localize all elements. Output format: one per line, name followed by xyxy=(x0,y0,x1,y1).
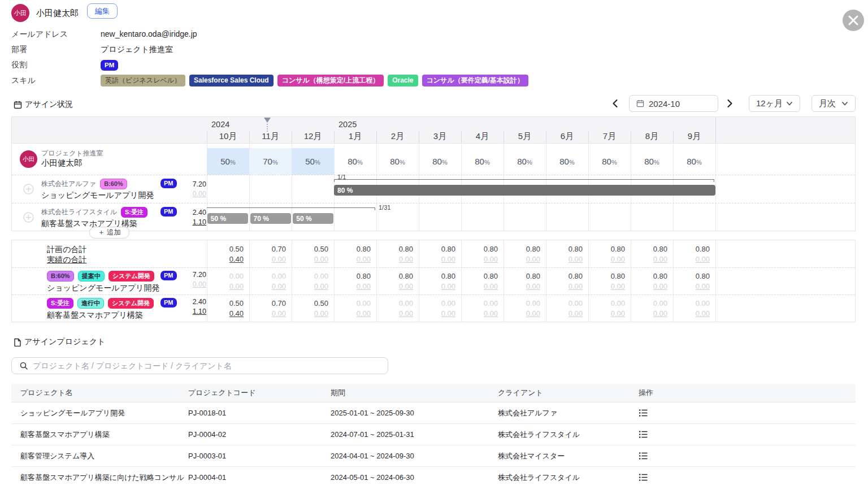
plan-value[interactable]: 0.80 xyxy=(526,271,540,282)
period-input[interactable]: 2024-10 xyxy=(629,95,718,112)
actual-value[interactable]: 0.40 xyxy=(229,309,244,319)
plan-total-value[interactable]: 0.80 xyxy=(441,244,455,254)
chevron-left-icon xyxy=(611,99,620,108)
profile-fields: メールアドレス new_kentaro.oda@iridge.jp 部署 プロジ… xyxy=(11,28,528,90)
actual-value[interactable]: 0.00 xyxy=(568,282,583,292)
plan-total-value[interactable]: 0.80 xyxy=(653,244,667,254)
actual-value[interactable]: 0.00 xyxy=(611,282,625,292)
project-row[interactable]: 顧客基盤スマホアプリ構築PJ-0004-022024-07-01 ~ 2025-… xyxy=(11,424,856,445)
add-assignment-button[interactable]: ＋ 追加 xyxy=(89,227,129,239)
actual-total-value[interactable]: 0.00 xyxy=(272,254,286,265)
actual-value[interactable]: 0.00 xyxy=(441,282,455,292)
duration-label: 1/1 xyxy=(337,174,346,180)
assignment-hours: 2.401.10 xyxy=(193,208,206,227)
actual-value[interactable]: 0.00 xyxy=(399,309,413,319)
plan-total-value[interactable]: 0.80 xyxy=(526,244,540,254)
column-divider xyxy=(292,131,292,143)
actual-hours[interactable]: 0.00 xyxy=(193,189,206,199)
actual-value[interactable]: 0.00 xyxy=(399,282,413,292)
actual-value[interactable]: 0.00 xyxy=(653,309,667,319)
plan-total-value[interactable]: 0.80 xyxy=(568,244,583,254)
project-row[interactable]: 顧客管理システム導入PJ-0003-012024-04-01 ~ 2024-09… xyxy=(11,445,856,467)
actual-value[interactable]: 0.00 xyxy=(229,282,244,292)
actual-total-value[interactable]: 0.00 xyxy=(441,254,455,265)
plan-value[interactable]: 0.70 xyxy=(272,298,286,309)
actual-value[interactable]: 0.00 xyxy=(568,309,583,319)
assignment-row: 株式会社ライフスタイルS:受注PM2.401.10顧客基盤スマホアプリ構築1/3… xyxy=(12,203,855,232)
actual-total-label[interactable]: 実績の合計 xyxy=(47,255,86,265)
plan-value[interactable]: 0.80 xyxy=(696,271,710,282)
plan-total-value[interactable]: 0.80 xyxy=(611,244,625,254)
actual-total-value[interactable]: 0.00 xyxy=(526,254,540,265)
actual: 0.00 xyxy=(588,309,631,319)
edit-button[interactable]: 編集 xyxy=(87,3,118,19)
actual-value[interactable]: 0.00 xyxy=(357,282,371,292)
range-select[interactable]: 12ヶ月 xyxy=(749,95,800,112)
plan-value[interactable]: 0.50 xyxy=(314,298,328,309)
column-divider xyxy=(673,131,674,143)
project-row[interactable]: 顧客基盤スマホアプリ構築に向けた戦略コンサルPJ-0004-012024-05-… xyxy=(11,467,856,485)
project-row[interactable]: ショッピングモールアプリ開発PJ-0018-012025-01-01 ~ 202… xyxy=(11,402,856,424)
actual-value[interactable]: 0.00 xyxy=(314,309,328,319)
actual-value[interactable]: 0.00 xyxy=(314,282,328,292)
actual-total-value[interactable]: 0.00 xyxy=(653,254,667,265)
actual-total-value[interactable]: 0.00 xyxy=(357,254,371,265)
actual-total-value[interactable]: 0.00 xyxy=(568,254,583,265)
plan-value[interactable]: 0.80 xyxy=(399,271,413,282)
plan-value[interactable]: 0.80 xyxy=(357,271,371,282)
plan-value[interactable]: 0.50 xyxy=(229,298,244,309)
actual-total-value[interactable]: 0.00 xyxy=(484,254,498,265)
actual-value[interactable]: 0.00 xyxy=(526,309,540,319)
actions-button[interactable] xyxy=(639,430,648,439)
utilization-cell: 80% xyxy=(419,148,461,175)
document-icon xyxy=(14,338,21,347)
unit-select[interactable]: 月次 xyxy=(811,95,856,112)
plan-total-value[interactable]: 0.80 xyxy=(696,244,710,254)
plan-total-value[interactable]: 0.80 xyxy=(484,244,498,254)
plan-total: 0.80 xyxy=(504,244,546,254)
actual-value[interactable]: 0.00 xyxy=(653,282,667,292)
percent-sign: % xyxy=(654,159,659,166)
plan-total-value[interactable]: 0.80 xyxy=(357,244,371,254)
plan-value[interactable]: 0.80 xyxy=(568,271,583,282)
actual-value[interactable]: 0.00 xyxy=(441,309,455,319)
actions-button[interactable] xyxy=(639,408,648,418)
actions-button[interactable] xyxy=(639,451,648,461)
next-period-button[interactable] xyxy=(725,99,734,108)
close-button[interactable] xyxy=(843,10,864,31)
expand-plus-icon[interactable] xyxy=(23,212,34,223)
actual-total-value[interactable]: 0.40 xyxy=(229,254,244,265)
percent-sign: % xyxy=(230,159,236,166)
actual-value[interactable]: 0.00 xyxy=(526,282,540,292)
actual: 0.00 xyxy=(546,309,588,319)
plan: 0.00 xyxy=(588,298,631,309)
plan-total: 0.80 xyxy=(631,244,673,254)
plan-total-value[interactable]: 0.80 xyxy=(399,244,413,254)
expand-plus-icon[interactable] xyxy=(23,184,34,194)
plan: 0.80 xyxy=(334,271,376,282)
prev-period-button[interactable] xyxy=(611,99,620,108)
plan-value[interactable]: 0.80 xyxy=(653,271,667,282)
actual-value[interactable]: 0.00 xyxy=(696,309,710,319)
actual-value[interactable]: 0.00 xyxy=(272,309,286,319)
project-search-input[interactable] xyxy=(33,361,388,370)
assignment-chart: 1/180 % xyxy=(207,175,855,203)
actual-hours[interactable]: 1.10 xyxy=(193,218,206,227)
actual-value[interactable]: 0.00 xyxy=(357,309,371,319)
actual-total-value[interactable]: 0.00 xyxy=(611,254,625,265)
plan-value[interactable]: 0.80 xyxy=(484,271,498,282)
actual-total-value[interactable]: 0.00 xyxy=(696,254,710,265)
plan-total-value[interactable]: 0.50 xyxy=(229,244,244,254)
plan-value[interactable]: 0.80 xyxy=(611,271,625,282)
actual-value[interactable]: 0.00 xyxy=(611,309,625,319)
plan-total-value[interactable]: 0.70 xyxy=(272,244,286,254)
actual-value[interactable]: 0.00 xyxy=(696,282,710,292)
actual-total-value[interactable]: 0.00 xyxy=(314,254,328,265)
actual-total-value[interactable]: 0.00 xyxy=(399,254,413,265)
actual-value[interactable]: 0.00 xyxy=(484,309,498,319)
actual-value[interactable]: 0.00 xyxy=(484,282,498,292)
actions-button[interactable] xyxy=(639,473,648,482)
plan-value[interactable]: 0.80 xyxy=(441,271,455,282)
plan-total-value[interactable]: 0.50 xyxy=(314,244,328,254)
actual-value[interactable]: 0.00 xyxy=(272,282,286,292)
